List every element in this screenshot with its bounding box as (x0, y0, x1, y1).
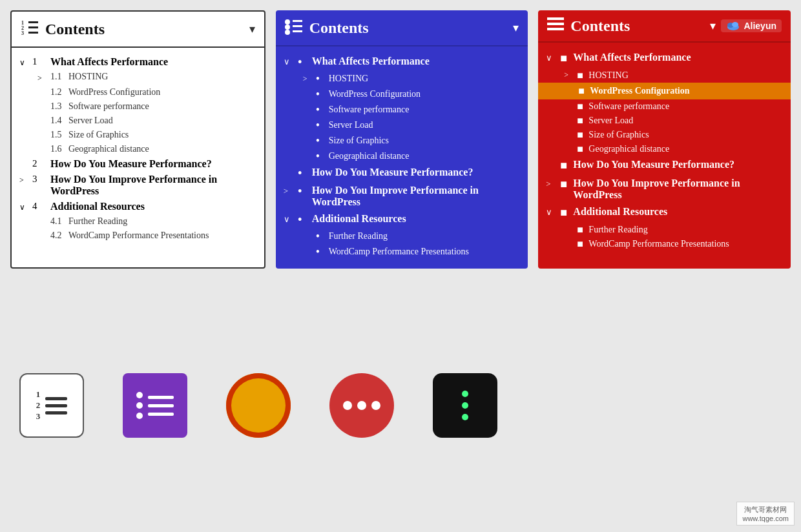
p3-sub-1-5[interactable]: ■ Size of Graphics (546, 128, 783, 142)
section-1-label: What Affects Performance (50, 56, 256, 68)
p3-sub-1-4[interactable]: ■ Server Load (546, 114, 783, 128)
p2-sub-1-3[interactable]: • Software performance (284, 102, 521, 118)
p3-s3-bullet: ■ (560, 178, 569, 192)
svg-text:3: 3 (21, 30, 24, 36)
section-1-num: 1 (32, 56, 47, 67)
p3-sub-1-5-bullet: ■ (577, 130, 585, 140)
p2-sub-1-1[interactable]: > • HOSTING (284, 71, 521, 87)
p3-section-1[interactable]: ∨ ■ What Affects Performance (546, 49, 783, 68)
toc-section-4[interactable]: ∨ 4 Additional Resources (19, 199, 256, 214)
alicloud-text: Alieyun (744, 21, 776, 31)
p3-section-3[interactable]: > ■ How Do You Improve Performance in Wo… (546, 175, 783, 203)
p2-sub-1-1-bullet: • (316, 73, 325, 85)
main-layout: 1 2 3 Contents ▾ ∨ 1 (0, 0, 801, 532)
p3-sub-1-6-bullet: ■ (577, 144, 585, 154)
panel-3-chevron[interactable]: ▾ (710, 19, 716, 33)
svg-rect-14 (547, 28, 564, 30)
icon-2-lines (148, 396, 174, 416)
p2-s4-bullet: • (298, 213, 308, 226)
panel-3-header: Contents ▾ Alieyun (538, 10, 791, 43)
panel-2-header: Contents ▾ (276, 10, 528, 46)
p2-section-3[interactable]: > • How Do You Improve Performance in Wo… (284, 182, 521, 210)
p2-sub-1-1-chev: > (303, 74, 312, 84)
section-3-chevron: > (19, 176, 28, 185)
p3-section-2[interactable]: ■ How Do You Measure Performance? (546, 156, 783, 176)
icon-dots-vertical-dark-button[interactable] (433, 373, 497, 438)
p3-sub-4-1-label: Further Reading (588, 225, 647, 235)
p2-section-2[interactable]: • How Do You Measure Performance? (284, 164, 521, 182)
p2-sub-1-2[interactable]: • WordPress Configuration (284, 87, 521, 102)
p2-sub-1-5-bullet: • (316, 135, 325, 147)
svg-point-8 (285, 25, 290, 30)
p3-sub-1-6[interactable]: ■ Geographical distance (546, 142, 783, 156)
icon-menu-circle-button[interactable] (226, 373, 291, 438)
svg-point-6 (285, 19, 290, 25)
icon-dots-circle-button[interactable] (329, 373, 394, 438)
panel-2-chevron[interactable]: ▾ (513, 21, 519, 35)
p2-sub-4-1[interactable]: • Further Reading (284, 229, 521, 244)
p3-sub-1-2-highlight[interactable]: ■ WordPress Configuration (538, 83, 791, 99)
icon-numbered-list-button[interactable]: 1 2 3 (19, 373, 84, 438)
toc-sub-1-6[interactable]: 1.6 Geographical distance (19, 142, 256, 156)
toc-section-1[interactable]: ∨ 1 What Affects Performance (19, 54, 256, 70)
icon-2-bullets (136, 392, 143, 419)
sub-1-4-num: 1.4 (50, 116, 65, 126)
svg-rect-9 (293, 25, 302, 27)
panel-1-header: 1 2 3 Contents ▾ (12, 12, 264, 48)
p2-sub-4-2-bullet: • (316, 246, 325, 258)
icon-bullet-list-purple-button[interactable] (123, 373, 187, 438)
p2-sub-4-2-label: WordCamp Performance Presentations (329, 247, 469, 257)
p3-section-4[interactable]: ∨ ■ Additional Resources (546, 203, 783, 223)
toc-sub-1-4[interactable]: 1.4 Server Load (19, 114, 256, 128)
p3-sub-4-2-label: WordCamp Performance Presentations (588, 239, 729, 249)
p2-sub-1-4-bullet: • (316, 119, 325, 131)
p2-s1-bullet: • (298, 56, 308, 68)
p3-sub-4-2[interactable]: ■ WordCamp Performance Presentations (546, 237, 783, 251)
sub-4-2-num: 4.2 (50, 230, 65, 241)
p2-s3-label: How Do You Improve Performance in WordPr… (312, 185, 521, 208)
panel-3-header-right: ▾ Alieyun (710, 19, 782, 33)
toc-panel-1: 1 2 3 Contents ▾ ∨ 1 (10, 10, 265, 269)
toc-sub-1-1[interactable]: > 1.1 HOSTING (19, 70, 256, 85)
p2-sub-1-5[interactable]: • Size of Graphics (284, 133, 521, 148)
sub-1-5-num: 1.5 (50, 130, 65, 140)
p2-section-1[interactable]: ∨ • What Affects Performance (284, 53, 521, 71)
p2-s4-chevron: ∨ (284, 214, 294, 225)
toc-sub-4-2[interactable]: 4.2 WordCamp Performance Presentations (19, 229, 256, 243)
p3-sub-1-1-label: HOSTING (588, 70, 628, 81)
panel-1-chevron[interactable]: ▾ (249, 22, 255, 36)
p3-sub-1-2-bullet: ■ (578, 86, 586, 96)
p3-sub-4-1[interactable]: ■ Further Reading (546, 223, 783, 237)
p2-sub-4-1-bullet: • (316, 230, 325, 242)
p3-sub-1-1[interactable]: > ■ HOSTING (546, 68, 783, 83)
toc-sub-4-1[interactable]: 4.1 Further Reading (19, 214, 256, 229)
toc-section-2[interactable]: 2 How Do You Measure Performance? (19, 156, 256, 172)
p2-s3-bullet: • (298, 185, 308, 198)
dot-3 (371, 401, 380, 410)
p3-s1-chevron: ∨ (546, 53, 556, 63)
p2-sub-1-6-label: Geographical distance (329, 151, 410, 161)
p2-s3-chevron: > (284, 186, 294, 196)
sub-1-4-label: Server Load (68, 116, 256, 126)
p2-sub-1-5-label: Size of Graphics (329, 136, 389, 146)
p3-s2-bullet: ■ (560, 159, 569, 173)
p3-sub-4-2-bullet: ■ (577, 239, 585, 249)
toc-sub-1-3[interactable]: 1.3 Software performance (19, 99, 256, 114)
p3-sub-1-5-label: Size of Graphics (588, 130, 649, 140)
toc-section-3[interactable]: > 3 How Do You Improve Performance in Wo… (19, 172, 256, 199)
sub-1-1-num: 1.1 (50, 72, 65, 82)
p2-s2-bullet: • (298, 167, 308, 179)
svg-point-17 (732, 22, 738, 27)
toc-sub-1-5[interactable]: 1.5 Size of Graphics (19, 128, 256, 142)
p2-sub-1-2-label: WordPress Configuration (329, 89, 421, 99)
p2-sub-1-4[interactable]: • Server Load (284, 118, 521, 133)
svg-rect-5 (28, 32, 38, 34)
toc-sub-1-2[interactable]: 1.2 WordPress Configuration (19, 85, 256, 99)
p2-sub-1-1-label: HOSTING (329, 74, 368, 84)
p3-sub-1-3[interactable]: ■ Software performance (546, 99, 783, 114)
p2-sub-4-2[interactable]: • WordCamp Performance Presentations (284, 244, 521, 260)
svg-rect-13 (547, 23, 564, 25)
p3-s4-chevron: ∨ (546, 207, 556, 218)
p2-sub-1-6[interactable]: • Geographical distance (284, 148, 521, 164)
p2-section-4[interactable]: ∨ • Additional Resources (284, 210, 521, 229)
